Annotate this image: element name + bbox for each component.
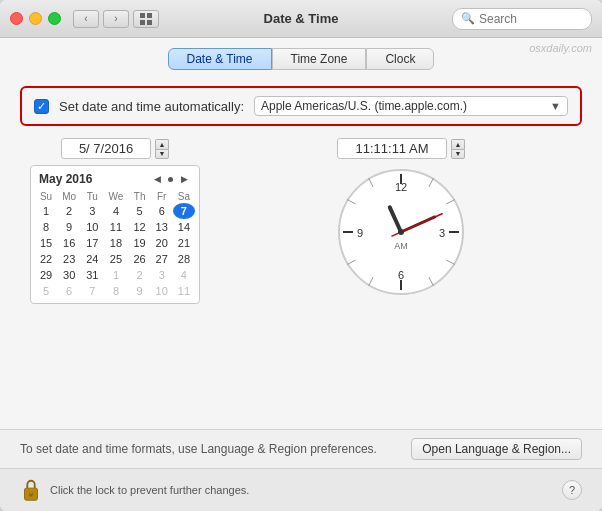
calendar-day[interactable]: 25: [103, 251, 128, 267]
calendar-day[interactable]: 5: [129, 203, 151, 219]
calendar-day[interactable]: 28: [173, 251, 195, 267]
date-input-row: 5/ 7/2016 ▲ ▼: [61, 138, 169, 159]
calendar-day[interactable]: 19: [129, 235, 151, 251]
clock-face-svg: 12 3 6 9 AM: [336, 167, 466, 297]
time-stepper-down[interactable]: ▼: [451, 149, 465, 159]
cal-header-fr: Fr: [151, 190, 173, 203]
tabs-bar: Date & Time Time Zone Clock: [0, 38, 602, 76]
date-stepper: ▲ ▼: [155, 139, 169, 159]
date-stepper-up[interactable]: ▲: [155, 139, 169, 149]
svg-rect-1: [147, 13, 152, 18]
calendar-day[interactable]: 16: [57, 235, 81, 251]
calendar-day[interactable]: 8: [103, 283, 128, 299]
grid-view-button[interactable]: [133, 10, 159, 28]
date-field[interactable]: 5/ 7/2016: [61, 138, 151, 159]
search-icon: 🔍: [461, 12, 475, 25]
time-server-dropdown[interactable]: Apple Americas/U.S. (time.apple.com.) ▼: [254, 96, 568, 116]
calendar-day[interactable]: 30: [57, 267, 81, 283]
calendar-day[interactable]: 5: [35, 283, 57, 299]
calendar-day[interactable]: 9: [57, 219, 81, 235]
calendar-day[interactable]: 1: [35, 203, 57, 219]
svg-rect-2: [140, 20, 145, 25]
lock-icon[interactable]: [20, 477, 42, 503]
open-language-region-button[interactable]: Open Language & Region...: [411, 438, 582, 460]
svg-rect-3: [147, 20, 152, 25]
tab-timezone[interactable]: Time Zone: [272, 48, 367, 70]
search-input[interactable]: [479, 12, 583, 26]
cal-header-su: Su: [35, 190, 57, 203]
svg-text:9: 9: [357, 227, 363, 239]
cal-header-th: Th: [129, 190, 151, 203]
analog-clock: 12 3 6 9 AM: [336, 167, 466, 297]
svg-point-28: [30, 491, 33, 494]
svg-text:6: 6: [398, 269, 404, 281]
dropdown-arrow-icon: ▼: [550, 100, 561, 112]
calendar-day[interactable]: 23: [57, 251, 81, 267]
calendar-day[interactable]: 17: [81, 235, 103, 251]
calendar-day[interactable]: 11: [173, 283, 195, 299]
calendar-day[interactable]: 6: [151, 203, 173, 219]
close-button[interactable]: [10, 12, 23, 25]
calendar-day[interactable]: 8: [35, 219, 57, 235]
time-server-value: Apple Americas/U.S. (time.apple.com.): [261, 99, 467, 113]
minimize-button[interactable]: [29, 12, 42, 25]
calendar-day[interactable]: 15: [35, 235, 57, 251]
calendar-day[interactable]: 4: [173, 267, 195, 283]
time-input-row: 11:11:11 AM ▲ ▼: [337, 138, 465, 159]
calendar-day[interactable]: 12: [129, 219, 151, 235]
back-button[interactable]: ‹: [73, 10, 99, 28]
zoom-button[interactable]: [48, 12, 61, 25]
time-field[interactable]: 11:11:11 AM: [337, 138, 447, 159]
calendar-day[interactable]: 6: [57, 283, 81, 299]
calendar-day[interactable]: 7: [173, 203, 195, 219]
calendar-day[interactable]: 3: [151, 267, 173, 283]
search-box[interactable]: 🔍: [452, 8, 592, 30]
forward-button[interactable]: ›: [103, 10, 129, 28]
svg-point-25: [398, 229, 404, 235]
svg-text:12: 12: [395, 181, 407, 193]
calendar-day[interactable]: 11: [103, 219, 128, 235]
calendar: May 2016 ◀ ▶ Su Mo Tu: [30, 165, 200, 304]
calendar-day[interactable]: 9: [129, 283, 151, 299]
calendar-day[interactable]: 10: [151, 283, 173, 299]
calendar-day[interactable]: 2: [129, 267, 151, 283]
calendar-day[interactable]: 22: [35, 251, 57, 267]
calendar-day[interactable]: 4: [103, 203, 128, 219]
lock-left: Click the lock to prevent further change…: [20, 477, 249, 503]
cal-header-mo: Mo: [57, 190, 81, 203]
tab-datetime[interactable]: Date & Time: [168, 48, 272, 70]
titlebar: ‹ › Date & Time 🔍: [0, 0, 602, 38]
calendar-day[interactable]: 21: [173, 235, 195, 251]
calendar-day[interactable]: 2: [57, 203, 81, 219]
calendar-day[interactable]: 27: [151, 251, 173, 267]
calendar-prev-button[interactable]: ◀: [150, 172, 164, 186]
calendar-day[interactable]: 3: [81, 203, 103, 219]
calendar-next-button[interactable]: ▶: [177, 172, 191, 186]
auto-checkbox[interactable]: ✓: [34, 99, 49, 114]
time-stepper-up[interactable]: ▲: [451, 139, 465, 149]
calendar-day[interactable]: 10: [81, 219, 103, 235]
cal-header-tu: Tu: [81, 190, 103, 203]
date-section: 5/ 7/2016 ▲ ▼ May 2016 ◀ ▶: [30, 138, 200, 304]
calendar-day[interactable]: 31: [81, 267, 103, 283]
calendar-day[interactable]: 26: [129, 251, 151, 267]
lock-bar: Click the lock to prevent further change…: [0, 468, 602, 511]
calendar-day[interactable]: 29: [35, 267, 57, 283]
calendar-grid: Su Mo Tu We Th Fr Sa 1234567891011121314…: [35, 190, 195, 299]
tab-clock[interactable]: Clock: [366, 48, 434, 70]
lock-text: Click the lock to prevent further change…: [50, 484, 249, 496]
calendar-day[interactable]: 18: [103, 235, 128, 251]
calendar-day[interactable]: 20: [151, 235, 173, 251]
calendar-day[interactable]: 14: [173, 219, 195, 235]
calendar-day[interactable]: 1: [103, 267, 128, 283]
nav-buttons: ‹ ›: [73, 10, 129, 28]
checkmark-icon: ✓: [37, 101, 46, 112]
date-clock-row: 5/ 7/2016 ▲ ▼ May 2016 ◀ ▶: [20, 134, 582, 308]
traffic-lights: [10, 12, 61, 25]
date-stepper-down[interactable]: ▼: [155, 149, 169, 159]
calendar-day[interactable]: 7: [81, 283, 103, 299]
calendar-day[interactable]: 13: [151, 219, 173, 235]
help-button[interactable]: ?: [562, 480, 582, 500]
calendar-dot: [168, 177, 173, 182]
calendar-day[interactable]: 24: [81, 251, 103, 267]
